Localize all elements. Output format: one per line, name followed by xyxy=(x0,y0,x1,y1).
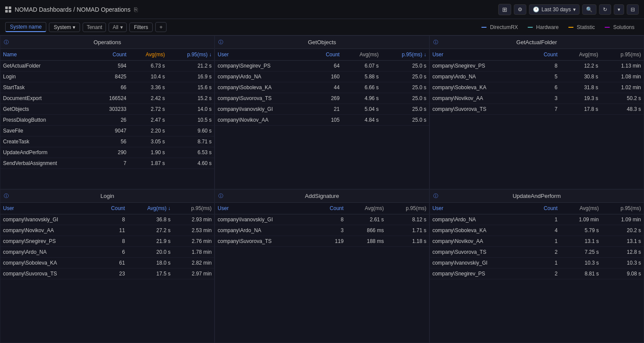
updateandperform-title: UpdateAndPerform xyxy=(513,193,561,199)
tenant-button[interactable]: Tenant xyxy=(83,23,106,32)
getobjects-info-icon[interactable]: ⓘ xyxy=(218,39,223,45)
col-avg[interactable]: Avg(ms) xyxy=(346,203,386,214)
table-row: company\Novikov_AA1127.2 s2.53 min xyxy=(0,225,214,236)
tab-directumrx[interactable]: DirectumRX xyxy=(477,23,522,31)
add-panel-icon: ⊞ xyxy=(502,6,507,13)
col-count[interactable]: Count xyxy=(315,203,346,214)
operations-info-icon[interactable]: ⓘ xyxy=(4,39,9,45)
tv-button[interactable]: ⊟ xyxy=(627,4,639,15)
getactualfolder-header: ⓘ GetActualFolder xyxy=(430,36,644,49)
col-user[interactable]: User xyxy=(430,203,529,214)
col-count[interactable]: Count xyxy=(529,49,560,61)
page-title: NOMAD Dashboards / NOMAD Operations xyxy=(15,6,131,13)
col-p95[interactable]: p.95(ms) xyxy=(173,203,214,214)
app-grid-icon[interactable] xyxy=(5,6,11,13)
table-row: company\Ardo_NA530.8 s1.08 min xyxy=(430,71,644,82)
table-row: company\Suvorova_TS27.25 s12.8 s xyxy=(430,247,644,258)
col-avg[interactable]: Avg(ms) xyxy=(560,49,601,61)
table-row: company\Ivanovskiy_GI836.8 s2.93 min xyxy=(0,214,214,225)
zoom-button[interactable]: 🔍 xyxy=(582,4,596,15)
col-avg[interactable]: Avg(ms) ↓ xyxy=(128,203,173,214)
filters-button[interactable]: Filters xyxy=(129,23,153,32)
table-row: company\Novikov_AA1054.84 s25.0 s xyxy=(215,115,429,126)
updateandperform-header: ⓘ UpdateAndPerform xyxy=(430,190,644,203)
addsignature-title: AddSignature xyxy=(305,193,339,199)
table-row: SendVerbalAssignment71.87 s4.60 s xyxy=(0,158,214,169)
table-row: company\Soboleva_KA446.66 s25.0 s xyxy=(215,82,429,93)
all-button[interactable]: All ▾ xyxy=(109,23,126,32)
col-user[interactable]: User xyxy=(215,49,311,61)
tab-statistic[interactable]: Statistic xyxy=(564,23,599,31)
add-filter-button[interactable]: + xyxy=(155,22,167,32)
getactualfolder-title: GetActualFolder xyxy=(516,39,557,45)
col-avg[interactable]: Avg(ms) xyxy=(560,203,601,214)
col-count[interactable]: Count xyxy=(312,49,343,61)
table-row: CreateTask563.05 s8.71 s xyxy=(0,136,214,147)
getobjects-table: User Count Avg(ms) p.95(ms) ↓ company\Sn… xyxy=(215,49,429,189)
table-row: PressDialogButton262.47 s10.5 s xyxy=(0,115,214,126)
addsignature-table: User Count Avg(ms) p.95(ms) company\Ivan… xyxy=(215,203,429,343)
time-range-button[interactable]: 🕐 Last 30 days ▾ xyxy=(529,4,580,15)
all-chevron: ▾ xyxy=(120,24,123,30)
col-p95[interactable]: p.95(ms) xyxy=(601,203,644,214)
login-info-icon[interactable]: ⓘ xyxy=(4,193,9,199)
refresh-button[interactable]: ↻ xyxy=(599,4,611,15)
filterbar: System name System ▾ Tenant All ▾ Filter… xyxy=(0,19,644,36)
col-name[interactable]: Name xyxy=(0,49,93,61)
hardware-label: Hardware xyxy=(536,24,559,30)
add-panel-button[interactable]: ⊞ xyxy=(498,4,511,15)
panel-updateandperform: ⓘ UpdateAndPerform User Count Avg(ms) p.… xyxy=(429,189,644,343)
col-user[interactable]: User xyxy=(215,203,314,214)
getobjects-header: ⓘ GetObjects xyxy=(215,36,429,49)
time-range-label: Last 30 days xyxy=(541,6,571,13)
table-row: company\Ivanovskiy_GI110.3 s10.3 s xyxy=(430,258,644,269)
operations-table: Name Count Avg(ms) p.95(ms) ↓ GetActualF… xyxy=(0,49,214,189)
tab-solutions[interactable]: Solutions xyxy=(600,23,639,31)
col-p95[interactable]: p.95(ms) ↓ xyxy=(167,49,214,61)
table-row: company\Ardo_NA1605.88 s25.0 s xyxy=(215,71,429,82)
table-row: company\Suvorova_TS119188 ms1.18 s xyxy=(215,236,429,247)
tv-icon: ⊟ xyxy=(631,6,635,13)
settings-button[interactable]: ⚙ xyxy=(514,4,526,15)
col-user[interactable]: User xyxy=(430,49,529,61)
updateandperform-info-icon[interactable]: ⓘ xyxy=(433,193,438,199)
table-row: company\Soboleva_KA6118.0 s2.82 min xyxy=(0,258,214,269)
clock-icon: 🕐 xyxy=(533,6,539,13)
system-chevron: ▾ xyxy=(73,24,75,30)
table-row: company\Snegirev_PS821.9 s2.76 min xyxy=(0,236,214,247)
login-table: User Count Avg(ms) ↓ p.95(ms) company\Iv… xyxy=(0,203,214,343)
system-label: System xyxy=(54,24,71,30)
solutions-label: Solutions xyxy=(613,24,634,30)
col-p95[interactable]: p.95(ms) xyxy=(387,203,429,214)
topbar: NOMAD Dashboards / NOMAD Operations ⎘ ⊞ … xyxy=(0,0,644,19)
system-button[interactable]: System ▾ xyxy=(49,23,80,32)
addsignature-info-icon[interactable]: ⓘ xyxy=(218,193,223,199)
expand-icon: ▾ xyxy=(618,6,620,13)
login-header: ⓘ Login xyxy=(0,190,214,203)
table-row: Login842510.4 s16.9 s xyxy=(0,71,214,82)
col-count[interactable]: Count xyxy=(97,203,128,214)
col-count[interactable]: Count xyxy=(529,203,560,214)
getactualfolder-info-icon[interactable]: ⓘ xyxy=(433,39,438,45)
expand-button[interactable]: ▾ xyxy=(614,4,624,15)
table-row: company\Snegirev_PS812.2 s1.13 min xyxy=(430,61,644,71)
table-row: SaveFile90472.20 s9.60 s xyxy=(0,126,214,136)
all-label: All xyxy=(112,24,118,30)
system-name-label: System name xyxy=(10,24,42,30)
col-count[interactable]: Count xyxy=(93,49,129,61)
col-user[interactable]: User xyxy=(0,203,97,214)
col-p95[interactable]: p.95(ms) ↓ xyxy=(381,49,429,61)
statistic-line-icon xyxy=(568,27,574,28)
col-p95[interactable]: p.95(ms) xyxy=(601,49,644,61)
system-name-filter[interactable]: System name xyxy=(5,22,46,32)
col-avg[interactable]: Avg(ms) xyxy=(129,49,167,61)
tenant-label: Tenant xyxy=(87,24,102,30)
panel-getactualfolder: ⓘ GetActualFolder User Count Avg(ms) p.9… xyxy=(429,36,644,189)
col-avg[interactable]: Avg(ms) xyxy=(342,49,381,61)
tab-hardware[interactable]: Hardware xyxy=(523,23,563,31)
table-row: company\Soboleva_KA45.79 s20.2 s xyxy=(430,225,644,236)
share-icon[interactable]: ⎘ xyxy=(134,6,138,13)
table-row: company\Novikov_AA113.1 s13.1 s xyxy=(430,236,644,247)
table-row: GetActualFolder5946.73 s21.2 s xyxy=(0,61,214,71)
table-row: company\Ardo_NA11.09 min1.09 min xyxy=(430,214,644,225)
